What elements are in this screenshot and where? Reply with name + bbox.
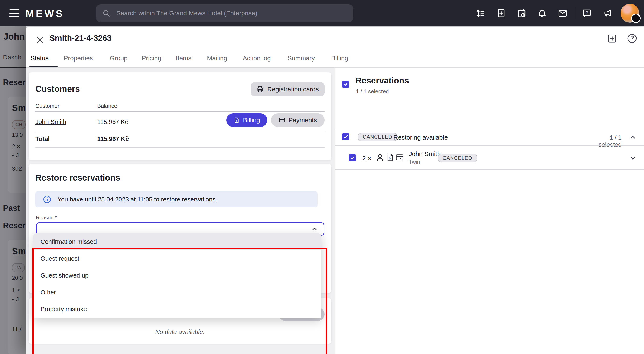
- group-checkbox[interactable]: [342, 133, 349, 140]
- person-icon: [376, 153, 384, 162]
- group-status-badge: CANCELED: [358, 133, 398, 141]
- credit-card-icon: [279, 117, 286, 124]
- customer-name-link[interactable]: John Smith: [36, 118, 66, 125]
- total-value: 115.967 Kč: [97, 135, 129, 142]
- avatar[interactable]: [620, 4, 639, 22]
- invoice-icon: $: [234, 117, 240, 123]
- reservation-guest-name: John Smith: [409, 150, 441, 158]
- reservation-qty: 2 ×: [362, 155, 372, 162]
- timeline-density-icon[interactable]: [470, 0, 491, 26]
- svg-text:?: ?: [586, 10, 588, 15]
- modal-tab-bar: Status Properties Group Pricing Items Ma…: [26, 51, 644, 68]
- reason-option-guest-request[interactable]: Guest request: [33, 250, 321, 267]
- help-bubble-icon[interactable]: ?: [577, 0, 597, 26]
- tab-summary[interactable]: Summary: [288, 54, 315, 62]
- tab-properties[interactable]: Properties: [64, 54, 93, 62]
- tab-group[interactable]: Group: [110, 54, 128, 62]
- modal-backdrop[interactable]: [0, 26, 26, 354]
- search-icon: [102, 9, 110, 17]
- mews-logo: MEWS: [26, 8, 64, 19]
- reason-dropdown: Confirmation missed Guest request Guest …: [33, 233, 321, 319]
- topbar-divider: [574, 7, 575, 19]
- reservation-checkbox[interactable]: [349, 154, 356, 161]
- column-header-customer: Customer: [36, 103, 60, 109]
- svg-text:$: $: [236, 119, 237, 122]
- help-circle-icon[interactable]: [626, 33, 638, 44]
- active-tab-underline: [30, 66, 58, 67]
- calendar-clock-icon[interactable]: [512, 0, 532, 26]
- group-selected-count: 1 / 1 selected: [588, 134, 622, 148]
- tab-action-log[interactable]: Action log: [243, 54, 271, 62]
- reservation-status-badge: CANCELED: [438, 154, 477, 162]
- chevron-up-icon: [311, 225, 318, 233]
- credit-card-icon: [395, 153, 404, 162]
- reason-option-confirmation-missed[interactable]: Confirmation missed: [33, 233, 321, 250]
- reservations-selected-count: 1 / 1 selected: [356, 88, 389, 95]
- reservation-space-type: Twin: [409, 159, 420, 165]
- hamburger-menu-icon[interactable]: [10, 9, 19, 17]
- reason-option-property-mistake[interactable]: Property mistake: [33, 301, 321, 318]
- status-tab-content: Customers Registration cards Customer Ba…: [26, 68, 335, 354]
- payments-button[interactable]: Payments: [271, 113, 324, 127]
- modal-title: Smith-21-4-3263: [50, 34, 112, 43]
- tab-mailing[interactable]: Mailing: [207, 54, 227, 62]
- search-input[interactable]: [116, 9, 347, 17]
- restore-reservations-heading: Restore reservations: [36, 173, 120, 183]
- registration-cards-button[interactable]: Registration cards: [251, 82, 324, 96]
- customers-card: Customers Registration cards Customer Ba…: [28, 72, 332, 160]
- reservation-group-modal: Smith-21-4-3263 Status Properties Group …: [26, 27, 644, 354]
- top-bar: MEWS ?: [0, 0, 644, 26]
- total-label: Total: [36, 135, 50, 142]
- mail-icon[interactable]: [552, 0, 573, 26]
- restore-deadline-banner: You have until 25.04.2023 at 11:05 to re…: [36, 191, 318, 207]
- billing-button[interactable]: $ Billing: [226, 113, 267, 127]
- group-label: Restoring available: [394, 134, 448, 141]
- megaphone-icon[interactable]: [597, 0, 618, 26]
- customers-heading: Customers: [36, 84, 80, 94]
- column-header-balance: Balance: [97, 103, 117, 109]
- tab-items[interactable]: Items: [176, 54, 191, 62]
- info-icon: [42, 195, 52, 204]
- reason-label: Reason *: [36, 215, 57, 221]
- reason-option-other[interactable]: Other: [33, 284, 321, 301]
- close-icon[interactable]: [36, 35, 45, 45]
- printer-icon: [256, 86, 264, 93]
- tab-status[interactable]: Status: [30, 54, 48, 62]
- restore-deadline-text: You have until 25.04.2023 at 11:05 to re…: [58, 196, 217, 203]
- bell-icon[interactable]: [532, 0, 552, 26]
- collapse-group-chevron-up-icon[interactable]: [629, 133, 636, 141]
- open-in-new-window-icon[interactable]: [607, 33, 618, 44]
- no-data-message: No data available.: [28, 329, 332, 336]
- svg-text:$: $: [389, 156, 390, 160]
- expand-reservation-chevron-down-icon[interactable]: [629, 154, 636, 162]
- reservations-select-all-checkbox[interactable]: [342, 80, 349, 88]
- reservations-panel: Reservations 1 / 1 selected CANCELED Res…: [335, 68, 644, 354]
- customer-balance: 115.967 Kč: [97, 118, 128, 125]
- reservations-heading: Reservations: [356, 76, 409, 85]
- reason-option-guest-showed-up[interactable]: Guest showed up: [33, 267, 321, 284]
- avatar-status-badge: [631, 14, 640, 23]
- tab-pricing[interactable]: Pricing: [142, 54, 161, 62]
- global-search[interactable]: [96, 4, 353, 22]
- add-box-icon[interactable]: [491, 0, 512, 26]
- invoice-icon: $: [386, 153, 395, 162]
- tab-billing[interactable]: Billing: [331, 54, 348, 62]
